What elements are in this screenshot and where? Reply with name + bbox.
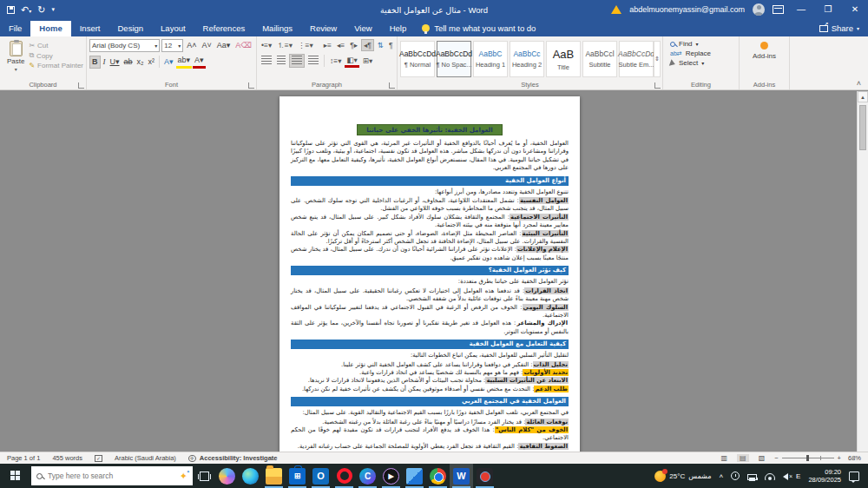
tell-me-box[interactable]: Tell me what you want to do (415, 23, 542, 36)
tray-expand-icon[interactable]: ˄ (719, 472, 723, 480)
minimize-button[interactable]: — (792, 0, 811, 19)
clock-tray-icon[interactable] (731, 472, 740, 480)
account-email[interactable]: abdelmuonemyassin@gmail.com (629, 5, 745, 14)
style-card-heading-1[interactable]: AaBbCHeading 1 (473, 41, 508, 77)
word-count[interactable]: 455 words (52, 454, 82, 462)
document-page[interactable]: العوامل الخفية: تأثيرها الخفي على حياتنا… (279, 96, 580, 452)
align-center-button[interactable] (275, 55, 287, 67)
styles-more-button[interactable]: ⇕ (654, 41, 661, 77)
italic-button[interactable]: I (102, 56, 108, 68)
style-card-title[interactable]: AaBTitle (546, 41, 581, 77)
style-card--no-spac-[interactable]: AaBbCcDd¶ No Spac... (437, 41, 471, 77)
restore-button[interactable]: ❐ (819, 0, 838, 19)
clear-formatting-button[interactable]: A⌫ (233, 40, 253, 51)
text-effects-button[interactable]: A▾ (162, 56, 175, 68)
scroll-up-icon[interactable]: ▲ (858, 91, 868, 102)
menu-tab-mailings[interactable]: Mailings (253, 21, 301, 36)
taskbar-app-chrome[interactable] (426, 464, 450, 488)
styles-dialog-launcher[interactable] (654, 82, 661, 89)
copy-button[interactable]: ⧉Copy (29, 51, 83, 60)
font-name-select[interactable]: Arial (Body CS)▾ (89, 39, 160, 52)
shrink-font-button[interactable]: A˅ (200, 40, 213, 51)
page-indicator[interactable]: Page 1 of 1 (7, 454, 40, 462)
multilevel-list-button[interactable]: ⋮≡▾ (296, 40, 315, 50)
taskbar-app-file-explorer[interactable] (262, 464, 286, 488)
numbering-button[interactable]: ⒈≡▾ (275, 40, 294, 50)
warning-icon[interactable] (611, 5, 621, 14)
accessibility-status[interactable]: ✛ Accessibility: Investigate (188, 454, 278, 462)
scrollbar-thumb[interactable] (859, 105, 866, 150)
shading-button[interactable]: ◧▾ (345, 55, 358, 68)
vertical-scrollbar[interactable]: ▲ (857, 91, 868, 452)
zoom-slider[interactable] (782, 458, 834, 458)
strikethrough-button[interactable]: ab (122, 56, 135, 68)
align-right-button[interactable] (289, 54, 305, 68)
save-icon[interactable] (7, 6, 15, 14)
taskbar-app-word[interactable]: W (450, 464, 473, 488)
style-card-subtle-em-[interactable]: AaBbCcDdSubtle Em... (619, 41, 654, 77)
replace-button[interactable]: ab⇄Replace (670, 49, 736, 57)
taskbar-app-opera[interactable] (332, 464, 356, 488)
taskbar-app-photos[interactable] (403, 464, 426, 488)
taskbar-app-screen-recorder[interactable] (473, 464, 496, 488)
taskbar-app-edge[interactable] (239, 464, 262, 488)
task-view-button[interactable] (193, 464, 215, 488)
superscript-button[interactable]: x² (147, 56, 157, 68)
language-indicator[interactable]: Arabic (Saudi Arabia) (115, 454, 176, 462)
zoom-in-button[interactable]: + (838, 454, 841, 462)
style-card-subtitle[interactable]: AaBbCclSubtitle (582, 41, 617, 77)
underline-button[interactable]: U▾ (108, 56, 122, 68)
taskbar-app-store[interactable]: ⊞ (286, 464, 309, 488)
web-layout-button[interactable]: ▧ (756, 454, 768, 462)
line-spacing-button[interactable]: ↕≡▾ (328, 56, 343, 66)
addins-button[interactable]: Add-ins (753, 52, 776, 60)
wifi-icon[interactable] (765, 473, 775, 480)
undo-icon[interactable]: ↶▾ (21, 4, 31, 16)
taskbar-app-media-player[interactable]: ▶ (379, 464, 403, 488)
clipboard-dialog-launcher[interactable] (78, 82, 84, 89)
avatar[interactable] (753, 3, 765, 16)
rtl-direction-button[interactable]: ◂¶ (361, 39, 374, 51)
zoom-out-button[interactable]: − (774, 454, 778, 462)
proofing-icon[interactable]: ✓ (95, 455, 102, 462)
paste-button[interactable]: Paste ▾ (3, 39, 29, 79)
taskbar-app-outlook[interactable]: O (309, 464, 332, 488)
cut-button[interactable]: ✂Cut (29, 42, 83, 49)
share-button[interactable]: Share ▾ (811, 22, 868, 36)
grow-font-button[interactable]: A˄ (185, 40, 198, 51)
subscript-button[interactable]: x₂ (135, 56, 146, 68)
taskbar-app-copilot[interactable] (215, 464, 239, 488)
search-input[interactable] (48, 472, 174, 480)
paragraph-dialog-launcher[interactable] (389, 82, 395, 89)
font-size-select[interactable]: 12▾ (161, 39, 183, 52)
customize-qat-icon[interactable]: ▾ (51, 6, 55, 13)
increase-indent-button[interactable]: ◂≡ (335, 40, 346, 50)
format-painter-button[interactable]: ✎Format Painter (29, 62, 83, 69)
decrease-indent-button[interactable]: ▸≡ (322, 40, 333, 50)
read-mode-button[interactable]: ▥ (719, 454, 731, 462)
style-card-heading-2[interactable]: AaBbCcHeading 2 (510, 41, 544, 77)
style-card--normal[interactable]: AaBbCcDd¶ Normal (400, 41, 435, 77)
menu-tab-file[interactable]: File (0, 21, 30, 36)
menu-tab-layout[interactable]: Layout (152, 21, 194, 36)
taskbar-search[interactable]: ✦ (31, 466, 193, 485)
redo-icon[interactable]: ↻ (37, 4, 45, 16)
show-marks-button[interactable]: ¶ (387, 40, 395, 50)
start-button[interactable] (0, 464, 31, 488)
close-button[interactable]: ✕ (845, 0, 865, 19)
battery-icon[interactable] (747, 474, 757, 480)
bold-button[interactable]: B (89, 56, 101, 69)
weather-widget[interactable]: 25°C مشمس (654, 471, 711, 482)
align-left-button[interactable] (260, 55, 273, 67)
ltr-direction-button[interactable]: ¶▸ (348, 40, 359, 50)
change-case-button[interactable]: Aa▾ (215, 40, 233, 51)
highlight-color-button[interactable]: ab▾ (176, 55, 193, 69)
font-dialog-launcher[interactable] (248, 82, 254, 89)
font-color-button[interactable]: A▾ (193, 55, 206, 69)
ribbon-display-options-icon[interactable] (773, 5, 784, 14)
input-language[interactable]: E (796, 472, 800, 480)
menu-tab-view[interactable]: View (345, 21, 380, 36)
addins-icon[interactable] (760, 42, 768, 49)
menu-tab-insert[interactable]: Insert (71, 21, 109, 36)
find-button[interactable]: Find▾ (670, 40, 736, 48)
